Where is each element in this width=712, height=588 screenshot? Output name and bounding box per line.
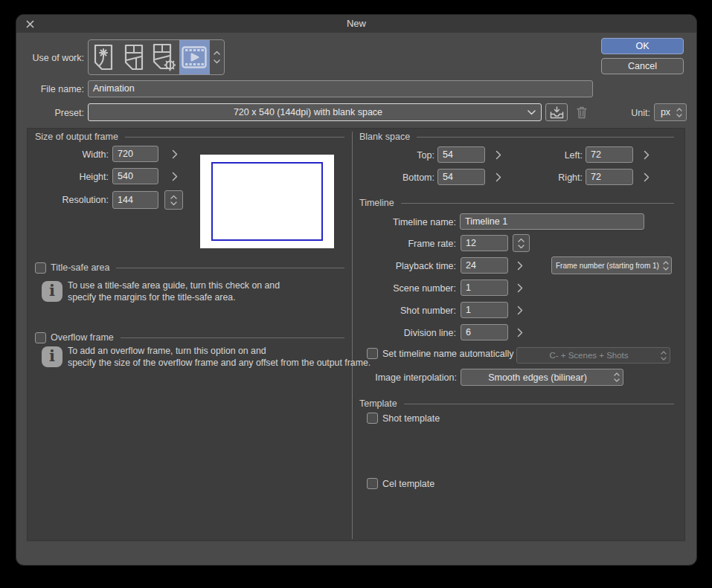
animation-icon bbox=[182, 46, 207, 68]
width-input[interactable]: 720 bbox=[112, 146, 158, 162]
new-dialog-window: New Use of work: bbox=[16, 15, 696, 565]
chevron-right-icon bbox=[517, 261, 523, 271]
width-slider-button[interactable] bbox=[169, 148, 181, 160]
height-input[interactable]: 540 bbox=[112, 168, 158, 184]
playback-time-label: Playback time: bbox=[355, 261, 456, 271]
image-interpolation-label: Image interpolation: bbox=[340, 372, 457, 383]
output-frame-section-title: Size of output frame bbox=[35, 132, 118, 142]
comic-settings-icon bbox=[152, 43, 176, 71]
chevron-right-icon bbox=[517, 328, 523, 337]
section-divider-line bbox=[121, 337, 344, 338]
overflow-info-line1: To add an overflow frame, turn this opti… bbox=[68, 345, 371, 357]
playback-time-slider-button[interactable] bbox=[514, 259, 526, 271]
chevron-right-icon bbox=[644, 172, 650, 182]
chevron-up-icon bbox=[676, 108, 682, 112]
blank-left-slider-button[interactable] bbox=[641, 149, 652, 161]
blank-bottom-input[interactable]: 54 bbox=[437, 169, 485, 185]
info-icon: i bbox=[42, 281, 62, 302]
chevron-down-icon bbox=[527, 110, 536, 115]
blank-left-input[interactable]: 72 bbox=[586, 146, 633, 163]
timeline-section-header: Timeline bbox=[359, 198, 674, 208]
blank-space-section-header: Blank space bbox=[359, 132, 674, 142]
unit-dropdown[interactable]: px bbox=[654, 103, 687, 121]
chevron-down-icon bbox=[663, 267, 669, 271]
work-type-comic-all-settings-button[interactable] bbox=[149, 40, 179, 74]
timeline-name-input[interactable]: Timeline 1 bbox=[460, 213, 644, 230]
cel-template-label: Cel template bbox=[382, 479, 434, 489]
chevron-down-icon bbox=[214, 59, 220, 64]
settings-panel: Size of output frame Width: 720 Height: … bbox=[27, 128, 685, 541]
auto-name-pattern-dropdown[interactable]: C- + Scenes + Shots bbox=[516, 347, 670, 364]
preset-label: Preset: bbox=[16, 108, 84, 118]
blank-bottom-slider-button[interactable] bbox=[493, 171, 504, 183]
cel-template-checkbox[interactable] bbox=[367, 478, 378, 489]
unit-value: px bbox=[655, 107, 676, 117]
shot-template-label: Shot template bbox=[382, 413, 440, 424]
resolution-input[interactable]: 144 bbox=[112, 191, 158, 209]
height-slider-button[interactable] bbox=[169, 170, 181, 182]
auto-timeline-name-checkbox[interactable] bbox=[367, 348, 378, 359]
frame-rate-label: Frame rate: bbox=[355, 239, 456, 249]
division-line-input[interactable]: 6 bbox=[461, 324, 508, 340]
image-interpolation-dropdown[interactable]: Smooth edges (bilinear) bbox=[461, 369, 623, 386]
overflow-frame-header: Overflow frame bbox=[51, 332, 344, 343]
width-label: Width: bbox=[28, 149, 109, 160]
title-safe-info: To use a title-safe area guide, turn thi… bbox=[68, 280, 280, 303]
frame-rate-stepper[interactable] bbox=[513, 234, 530, 252]
section-divider-line bbox=[404, 404, 674, 404]
section-divider-line bbox=[417, 137, 674, 138]
scene-number-label: Scene number: bbox=[355, 283, 456, 294]
blank-top-slider-button[interactable] bbox=[493, 149, 504, 161]
timeline-name-label: Timeline name: bbox=[355, 217, 456, 227]
shot-template-checkbox[interactable] bbox=[367, 413, 378, 424]
height-label: Height: bbox=[28, 172, 109, 182]
blank-top-input[interactable]: 54 bbox=[437, 146, 485, 163]
ok-button[interactable]: OK bbox=[601, 38, 684, 54]
file-name-input[interactable]: Animation bbox=[88, 80, 593, 97]
preset-dropdown[interactable]: 720 x 540 (144dpi) with blank space bbox=[88, 103, 542, 121]
playback-time-input[interactable]: 24 bbox=[461, 257, 508, 274]
output-frame-section-header: Size of output frame bbox=[35, 132, 344, 142]
work-type-illustration-button[interactable] bbox=[89, 40, 119, 74]
auto-name-pattern-value: C- + Scenes + Shots bbox=[517, 351, 661, 360]
work-type-comic-button[interactable] bbox=[119, 40, 150, 74]
work-type-scroll[interactable] bbox=[209, 40, 224, 74]
title-safe-label: Title-safe area bbox=[51, 262, 109, 273]
illustration-icon bbox=[93, 44, 114, 71]
overflow-frame-checkbox[interactable] bbox=[35, 332, 46, 343]
frame-rate-input[interactable]: 12 bbox=[461, 235, 508, 251]
chevron-up-icon bbox=[663, 261, 669, 265]
unit-label: Unit: bbox=[615, 108, 650, 118]
section-divider-line bbox=[401, 203, 674, 204]
chevron-up-icon bbox=[518, 238, 525, 242]
resolution-stepper[interactable] bbox=[164, 190, 183, 210]
register-preset-button[interactable] bbox=[545, 103, 568, 121]
blank-right-slider-button[interactable] bbox=[641, 171, 652, 183]
overflow-info-line2: specify the size of the overflow frame a… bbox=[68, 357, 371, 369]
chevron-right-icon bbox=[495, 150, 501, 160]
use-of-work-toolbar bbox=[88, 39, 225, 75]
scene-number-input[interactable]: 1 bbox=[461, 280, 508, 296]
auto-timeline-name-label: Set timeline name automatically bbox=[382, 349, 513, 359]
chevron-down-icon bbox=[170, 201, 177, 206]
shot-number-slider-button[interactable] bbox=[514, 304, 526, 316]
section-divider-line bbox=[125, 137, 344, 138]
cancel-button[interactable]: Cancel bbox=[601, 58, 684, 74]
chevron-down-icon bbox=[614, 378, 620, 382]
shot-number-label: Shot number: bbox=[355, 306, 456, 316]
playback-unit-dropdown[interactable]: Frame number (starting from 1) bbox=[551, 256, 672, 274]
title-safe-checkbox[interactable] bbox=[35, 262, 46, 274]
template-section-header: Template bbox=[359, 398, 674, 409]
work-type-animation-button[interactable] bbox=[179, 40, 210, 74]
scene-number-slider-button[interactable] bbox=[514, 282, 526, 294]
shot-number-input[interactable]: 1 bbox=[461, 302, 508, 318]
chevron-down-icon bbox=[661, 357, 667, 361]
blank-right-input[interactable]: 72 bbox=[586, 169, 633, 185]
blank-right-label: Right: bbox=[519, 172, 583, 183]
division-line-slider-button[interactable] bbox=[514, 326, 526, 338]
title-safe-header: Title-safe area bbox=[51, 262, 344, 273]
screen: { "window": { "title": "New" }, "colors"… bbox=[0, 0, 712, 588]
delete-preset-button[interactable] bbox=[573, 105, 591, 120]
section-divider-line bbox=[116, 268, 344, 268]
title-safe-info-line2: specify the margins for the title-safe a… bbox=[68, 291, 280, 303]
